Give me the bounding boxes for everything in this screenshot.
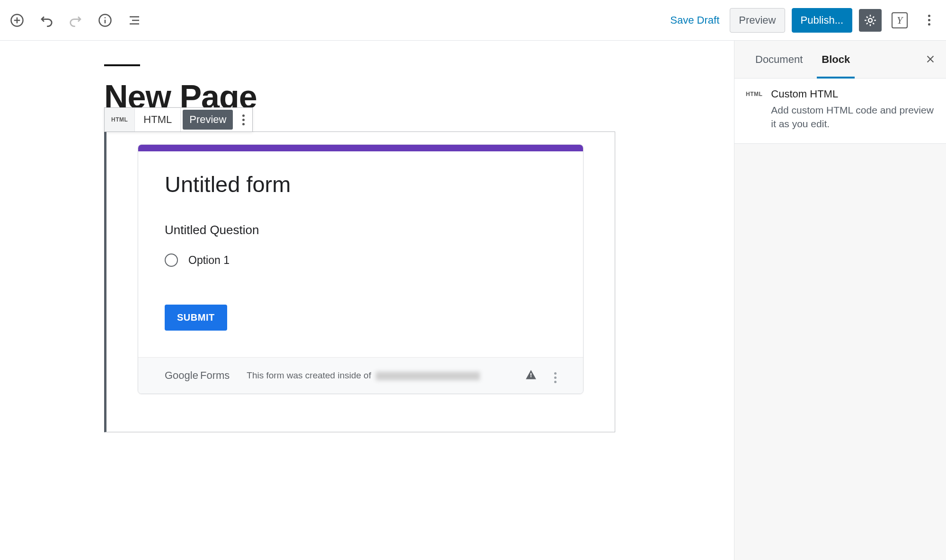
radio-option-1[interactable]: Option 1 xyxy=(165,254,557,267)
canvas-inner: New Page HTML HTML Preview xyxy=(104,64,615,432)
save-draft-link[interactable]: Save Draft xyxy=(666,14,723,26)
yoast-icon: Y xyxy=(892,12,908,28)
redo-button[interactable] xyxy=(64,9,87,32)
undo-button[interactable] xyxy=(35,9,58,32)
close-icon xyxy=(925,54,936,64)
google-text: Google xyxy=(165,369,198,382)
dots-vertical-icon xyxy=(554,372,557,383)
sidebar-close-button[interactable] xyxy=(919,48,941,71)
form-footer: Google Forms This form was created insid… xyxy=(138,357,583,394)
google-forms-logo[interactable]: Google Forms xyxy=(165,369,230,382)
block-tab-html[interactable]: HTML xyxy=(135,108,181,131)
form-accent-bar xyxy=(138,145,583,151)
redo-icon xyxy=(69,13,83,27)
gear-icon xyxy=(863,13,877,27)
title-rule xyxy=(104,64,140,66)
form-title: Untitled form xyxy=(165,171,557,197)
submit-button[interactable]: SUBMIT xyxy=(165,305,227,331)
svg-point-5 xyxy=(105,17,106,18)
plus-circle-icon xyxy=(10,13,24,27)
yoast-button[interactable]: Y xyxy=(888,9,911,32)
top-left-tools xyxy=(6,9,146,32)
dots-vertical-icon xyxy=(928,15,930,26)
settings-sidebar: Document Block HTML Custom HTML Add cust… xyxy=(734,41,946,560)
outline-button[interactable] xyxy=(123,9,146,32)
publish-button[interactable]: Publish... xyxy=(792,8,853,33)
top-right-tools: Save Draft Preview Publish... Y xyxy=(666,8,940,33)
add-block-button[interactable] xyxy=(6,9,28,32)
block-toolbar-more[interactable] xyxy=(235,108,252,131)
redacted-text xyxy=(376,372,480,380)
workspace: New Page HTML HTML Preview xyxy=(0,41,946,560)
settings-button[interactable] xyxy=(859,9,882,32)
warning-icon xyxy=(525,368,537,381)
question-title: Untitled Question xyxy=(165,223,557,237)
custom-html-block[interactable]: HTML HTML Preview Untitled form Untitled… xyxy=(104,107,615,432)
block-info-panel: HTML Custom HTML Add custom HTML code an… xyxy=(734,79,946,144)
editor-canvas: New Page HTML HTML Preview xyxy=(0,41,734,560)
sidebar-tabs: Document Block xyxy=(734,41,946,79)
html-badge-icon: HTML xyxy=(111,116,128,123)
info-button[interactable] xyxy=(94,9,116,32)
list-icon xyxy=(127,13,141,27)
form-origin-text: This form was created inside of xyxy=(247,370,479,381)
svg-point-9 xyxy=(868,18,872,22)
tab-block[interactable]: Block xyxy=(812,41,859,78)
block-frame: Untitled form Untitled Question Option 1… xyxy=(104,131,615,432)
info-icon xyxy=(98,13,112,27)
google-form-card: Untitled form Untitled Question Option 1… xyxy=(138,144,584,394)
report-abuse-button[interactable] xyxy=(525,368,537,383)
form-body: Untitled form Untitled Question Option 1… xyxy=(138,151,583,357)
dots-vertical-icon xyxy=(242,114,245,125)
preview-button[interactable]: Preview xyxy=(730,8,785,33)
radio-label: Option 1 xyxy=(188,254,230,267)
panel-title: Custom HTML xyxy=(771,88,935,100)
radio-icon xyxy=(165,254,178,267)
forms-text: Forms xyxy=(200,369,230,382)
block-tab-preview[interactable]: Preview xyxy=(183,110,233,130)
block-type-cell[interactable]: HTML xyxy=(105,108,135,131)
undo-icon xyxy=(39,13,53,27)
title-area: New Page xyxy=(104,64,615,112)
editor-top-bar: Save Draft Preview Publish... Y xyxy=(0,0,946,41)
html-badge-icon: HTML xyxy=(746,88,762,131)
more-menu-button[interactable] xyxy=(918,9,940,32)
block-toolbar: HTML HTML Preview xyxy=(104,107,253,132)
panel-description: Add custom HTML code and preview it as y… xyxy=(771,103,935,131)
tab-document[interactable]: Document xyxy=(746,41,812,78)
form-footer-more[interactable] xyxy=(554,368,557,383)
